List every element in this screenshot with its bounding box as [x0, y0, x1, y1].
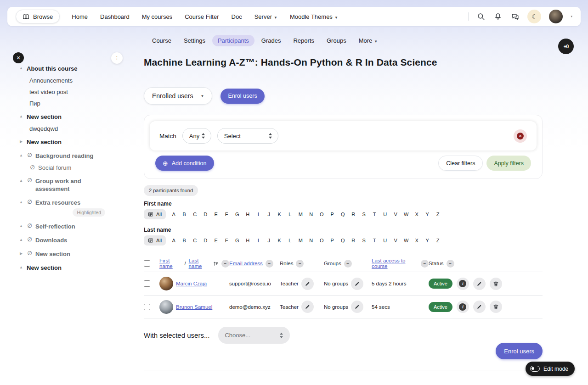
sort-first-name-link[interactable]: First name [159, 258, 181, 269]
expand-caret-icon[interactable] [18, 250, 24, 256]
participant-name-link[interactable]: Brunon Samuel [176, 304, 212, 310]
last-name-letter[interactable]: B [181, 238, 187, 243]
last-name-letter[interactable]: O [319, 238, 324, 243]
edit-groups-button[interactable] [351, 301, 363, 313]
first-name-letter[interactable]: X [414, 212, 419, 217]
first-name-letter[interactable]: S [361, 212, 367, 217]
enrol-users-button-bottom[interactable]: Enrol users [496, 343, 543, 359]
last-name-letter[interactable]: S [361, 238, 367, 243]
edit-roles-button[interactable] [301, 301, 314, 313]
tab-more-dropdown[interactable]: More▼ [353, 35, 384, 46]
last-name-letter[interactable]: I [255, 238, 261, 243]
sidebar-section-background-reading[interactable]: Background reading [18, 152, 126, 160]
last-name-letter[interactable]: J [266, 238, 271, 243]
sidebar-section-new-2[interactable]: New section [18, 138, 126, 146]
tab-participants[interactable]: Participants [212, 35, 254, 46]
first-name-letter[interactable]: P [329, 212, 335, 217]
last-name-letter[interactable]: W [403, 238, 409, 243]
first-name-letter[interactable]: W [403, 212, 409, 217]
edit-mode-toggle[interactable]: Edit mode [526, 362, 575, 376]
last-name-letter[interactable]: E [213, 238, 219, 243]
enrolment-methods-select[interactable]: Enrolled users ▼ [144, 87, 212, 105]
last-name-letter[interactable]: G [234, 238, 240, 243]
collapse-caret-icon[interactable] [18, 65, 24, 70]
close-sidebar-button[interactable]: ✕ [13, 52, 24, 63]
collapse-caret-icon[interactable] [18, 152, 24, 157]
first-name-letter[interactable]: A [171, 212, 176, 217]
collapse-caret-icon[interactable] [18, 199, 24, 204]
collapse-caret-icon[interactable] [18, 236, 24, 242]
first-name-letter[interactable]: G [234, 212, 240, 217]
first-name-letter[interactable]: M [298, 212, 303, 217]
filter-field-select[interactable]: Select [217, 128, 278, 144]
sort-last-name-link[interactable]: Last name [189, 258, 211, 269]
sort-last-access-link[interactable]: Last access to course [372, 258, 418, 269]
expand-caret-icon[interactable] [18, 138, 24, 144]
first-name-letter[interactable]: I [255, 212, 261, 217]
first-name-letter[interactable]: T [372, 212, 377, 217]
first-name-letter[interactable]: J [266, 212, 271, 217]
clear-filters-button[interactable]: Clear filters [438, 156, 483, 171]
avatar[interactable] [159, 277, 173, 290]
last-name-letter[interactable]: M [298, 238, 303, 243]
collapse-caret-icon[interactable] [18, 177, 24, 183]
delete-enrolment-button[interactable] [490, 301, 502, 313]
bulk-action-select[interactable]: Choose... [218, 327, 290, 344]
last-name-letter[interactable]: Y [424, 238, 430, 243]
tab-course[interactable]: Course [147, 35, 177, 46]
edit-enrolment-button[interactable] [473, 278, 486, 290]
hide-last-access-column-button[interactable]: − [421, 260, 429, 268]
accessibility-toolbar-button[interactable]: +0 [558, 39, 574, 54]
last-name-letter[interactable]: N [308, 238, 314, 243]
first-name-letter[interactable]: Y [424, 212, 430, 217]
user-avatar[interactable] [549, 10, 563, 23]
first-name-letter[interactable]: R [351, 212, 356, 217]
sidebar-item-dwqedqwd[interactable]: dwqedqwd [29, 125, 126, 132]
last-name-letter[interactable]: L [287, 238, 293, 243]
first-name-all-button[interactable]: All [144, 209, 166, 219]
last-name-all-button[interactable]: All [144, 235, 166, 246]
sidebar-section-new-4[interactable]: New section [18, 264, 126, 272]
match-type-select[interactable]: Any [182, 128, 211, 144]
sidebar-item-test-video-post[interactable]: test video post [29, 89, 126, 95]
tab-groups[interactable]: Groups [321, 35, 352, 46]
sidebar-item-announcements[interactable]: Announcements [29, 77, 126, 84]
last-name-letter[interactable]: P [329, 238, 335, 243]
first-name-letter[interactable]: L [287, 212, 293, 217]
last-name-letter[interactable]: D [203, 238, 208, 243]
last-name-letter[interactable]: V [393, 238, 398, 243]
tab-grades[interactable]: Grades [256, 35, 287, 46]
edit-enrolment-button[interactable] [473, 301, 486, 313]
first-name-letter[interactable]: H [245, 212, 250, 217]
collapse-caret-icon[interactable] [18, 223, 24, 228]
sort-ascending-icon[interactable] [213, 261, 219, 267]
sidebar-section-downloads[interactable]: Downloads [18, 236, 126, 244]
enrolment-info-button[interactable] [457, 278, 469, 290]
enrol-users-button-top[interactable]: Enrol users [220, 89, 264, 104]
sidebar-section-extra-resources[interactable]: Extra resources [18, 199, 126, 206]
collapse-caret-icon[interactable] [18, 113, 24, 118]
last-name-letter[interactable]: A [171, 238, 176, 243]
sidebar-item-social-forum[interactable]: Social forum [29, 164, 126, 171]
last-name-letter[interactable]: Z [435, 238, 441, 243]
select-all-checkbox[interactable] [144, 260, 150, 267]
apply-filters-button[interactable]: Apply filters [486, 156, 531, 171]
first-name-letter[interactable]: Z [435, 212, 441, 217]
enrolment-info-button[interactable] [457, 301, 469, 313]
sidebar-section-about[interactable]: About this course [18, 65, 126, 73]
first-name-letter[interactable]: B [181, 212, 187, 217]
sort-email-link[interactable]: Email address [229, 261, 263, 266]
collapse-caret-icon[interactable] [18, 264, 24, 269]
first-name-letter[interactable]: V [393, 212, 398, 217]
edit-roles-button[interactable] [301, 278, 314, 290]
last-name-letter[interactable]: C [192, 238, 198, 243]
hide-roles-column-button[interactable]: − [296, 260, 304, 268]
first-name-letter[interactable]: N [308, 212, 314, 217]
delete-enrolment-button[interactable] [490, 278, 502, 290]
first-name-letter[interactable]: C [192, 212, 198, 217]
edit-groups-button[interactable] [351, 278, 363, 290]
first-name-letter[interactable]: U [382, 212, 388, 217]
last-name-letter[interactable]: U [382, 238, 388, 243]
sidebar-menu-button[interactable]: ⋮ [111, 52, 123, 64]
hide-status-column-button[interactable]: − [447, 260, 454, 268]
